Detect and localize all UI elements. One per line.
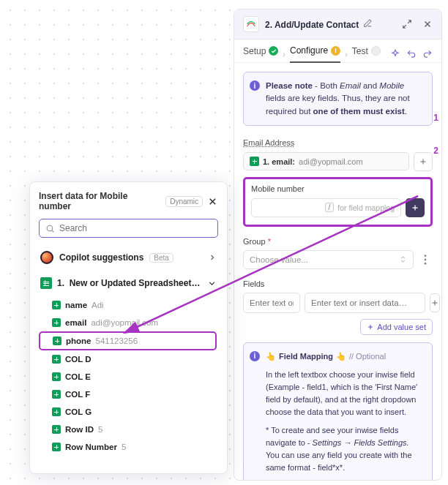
ai-icon[interactable] <box>390 49 400 59</box>
close-icon[interactable] <box>207 196 218 207</box>
sheets-icon <box>52 407 61 416</box>
svg-point-1 <box>425 258 427 260</box>
search-field[interactable] <box>59 223 212 233</box>
redo-icon[interactable] <box>422 49 433 59</box>
check-icon <box>269 46 278 56</box>
copilot-suggestions-row[interactable]: Copilot suggestions Beta <box>39 248 218 267</box>
field-mapping-help: i 👆 Field Mapping 👆 // Optional In the l… <box>243 342 433 480</box>
chevron-right-icon: › <box>283 50 285 59</box>
list-item[interactable]: Row Number 5 <box>39 438 217 456</box>
add-value-set-button[interactable]: Add value set <box>360 319 433 335</box>
list-item[interactable]: COL G <box>39 403 217 421</box>
expand-icon[interactable] <box>402 19 412 29</box>
group-label: Group * <box>243 237 433 246</box>
close-icon[interactable] <box>422 19 433 29</box>
tab-test[interactable]: Test <box>352 46 381 62</box>
field-list: name Adiemail adi@yopmail.comphone 54112… <box>39 296 218 465</box>
svg-point-0 <box>425 255 427 257</box>
list-item[interactable]: phone 541123256 <box>39 331 217 350</box>
sheets-icon <box>52 425 61 434</box>
pending-icon <box>371 46 381 56</box>
sheets-icon <box>53 337 61 345</box>
source-row[interactable]: 1. New or Updated Spreadsheet Row… <box>39 274 218 292</box>
list-item[interactable]: COL E <box>39 368 217 386</box>
warning-icon: ! <box>331 46 340 56</box>
callout-2: 2 <box>433 146 438 156</box>
panel-title: 2. Add/Update Contact <box>265 18 392 30</box>
beta-badge: Beta <box>149 253 173 263</box>
popover-title: Insert data for Mobile number <box>39 191 161 211</box>
email-label: Email Address <box>243 138 294 147</box>
panel-header: 2. Add/Update Contact <box>234 10 441 40</box>
callout-1: 1 <box>433 113 438 123</box>
sheets-icon <box>52 301 61 309</box>
edit-title-icon[interactable] <box>363 18 373 28</box>
copilot-avatar-icon <box>40 251 53 264</box>
sheets-icon <box>52 372 61 381</box>
select-caret-icon <box>399 255 407 263</box>
mobile-input[interactable]: / for field mapping <box>251 198 401 217</box>
fields-key-input[interactable] <box>243 293 300 313</box>
sheets-icon <box>52 443 61 451</box>
tab-setup[interactable]: Setup <box>243 46 278 62</box>
chevron-down-icon <box>207 279 217 288</box>
sheets-icon <box>250 157 259 166</box>
dynamic-badge: Dynamic <box>165 196 203 207</box>
info-icon: i <box>250 351 260 361</box>
search-icon <box>45 224 55 233</box>
list-item[interactable]: Row ID 5 <box>39 421 217 438</box>
panel-body: i Please note - Both Email and Mobile fi… <box>234 63 441 480</box>
fields-value-input[interactable] <box>305 293 425 313</box>
group-menu-button[interactable] <box>418 250 433 269</box>
svg-point-3 <box>47 225 53 231</box>
mobile-field-block: Mobile number / for field mapping <box>243 177 433 227</box>
svg-point-2 <box>425 263 427 265</box>
mobile-label: Mobile number <box>251 184 305 193</box>
chevron-right-icon: › <box>345 50 348 59</box>
email-chip[interactable]: 1. email: adi@yopmail.com <box>243 152 409 170</box>
step-config-panel: 2. Add/Update Contact Setup › Configure … <box>234 9 442 481</box>
email-add-button[interactable] <box>414 152 433 171</box>
mobile-add-button[interactable] <box>406 198 425 217</box>
info-icon: i <box>250 80 260 91</box>
tab-configure[interactable]: Configure ! <box>290 45 340 63</box>
fields-label: Fields <box>243 279 433 288</box>
list-item[interactable]: email adi@yopmail.com <box>39 314 217 331</box>
note-box: i Please note - Both Email and Mobile fi… <box>243 72 433 126</box>
group-select[interactable]: Choose value... <box>243 250 414 269</box>
sheets-icon <box>40 277 52 289</box>
email-field-block: Email Address 1. email: adi@yopmail.com <box>243 138 433 171</box>
tabs-bar: Setup › Configure ! › Test <box>234 40 441 63</box>
sheets-icon <box>52 390 61 399</box>
list-item[interactable]: COL D <box>39 350 217 368</box>
fields-add-button[interactable] <box>430 293 440 312</box>
search-input[interactable] <box>39 219 218 238</box>
sheets-icon <box>52 355 61 364</box>
undo-icon[interactable] <box>406 49 417 59</box>
slash-key-icon: / <box>325 203 335 212</box>
chevron-right-icon <box>208 253 217 262</box>
insert-data-popover: Insert data for Mobile number Dynamic Co… <box>29 181 228 474</box>
list-item[interactable]: name Adi <box>39 296 217 314</box>
list-item[interactable]: COL F <box>39 386 217 403</box>
sheets-icon <box>52 318 61 327</box>
app-icon <box>243 16 259 32</box>
